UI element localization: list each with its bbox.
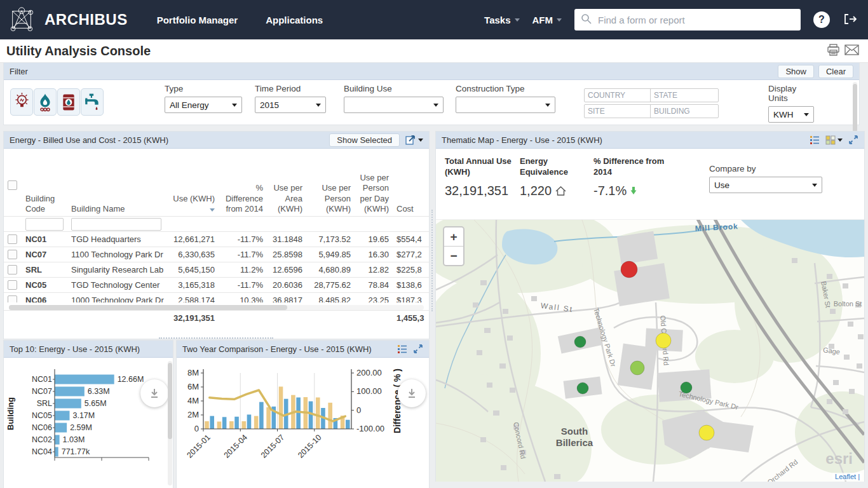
row-checkbox[interactable] (8, 280, 17, 290)
water-filter-button[interactable] (81, 88, 104, 116)
column-header[interactable]: Use per Person (KWH) (306, 149, 355, 217)
print-icon[interactable] (827, 44, 840, 58)
column-header (4, 149, 22, 217)
table-row: NC05TGD Technology Center3,165,318-11.7%… (4, 278, 429, 293)
column-header[interactable]: Use (KWH) (165, 149, 219, 217)
tasks-menu[interactable]: Tasks (484, 15, 519, 25)
column-header[interactable]: Building Code (22, 149, 67, 217)
row-checkbox[interactable] (8, 250, 17, 259)
water-faucet-icon (83, 93, 101, 112)
download-chart-button[interactable] (398, 379, 426, 407)
panel-splitter[interactable] (159, 337, 273, 339)
house-icon (555, 186, 567, 196)
clear-button[interactable]: Clear (818, 65, 853, 78)
nav-portfolio-manager[interactable]: Portfolio Manager (157, 15, 238, 25)
table-row: SRLSingularity Research Lab5,645,15011.2… (4, 262, 429, 278)
chevron-down-icon (804, 113, 809, 116)
download-chart-button[interactable] (140, 379, 168, 407)
panel-splitter[interactable] (431, 210, 433, 311)
state-input[interactable] (650, 88, 719, 102)
table-cell: 25.8598 (267, 247, 306, 262)
map-marker[interactable] (681, 382, 692, 393)
chevron-down-icon (232, 104, 237, 107)
show-button[interactable]: Show (778, 65, 814, 78)
billed-use-title: Energy - Billed Use and Cost - 2015 (KWH… (10, 135, 168, 145)
electricity-filter-button[interactable] (10, 88, 33, 116)
energy-equivalence-value: 1,220 (520, 184, 552, 198)
legend-button[interactable] (810, 135, 820, 145)
svg-text:3.17M: 3.17M (72, 411, 95, 420)
nav-search-input[interactable] (597, 14, 794, 26)
map-marker[interactable] (574, 336, 586, 348)
compare-by-select[interactable]: Use (709, 177, 822, 193)
zoom-out-button[interactable]: − (444, 247, 463, 265)
select-all-checkbox[interactable] (8, 180, 17, 190)
table-horizontal-scrollbar[interactable] (9, 305, 424, 310)
display-units-label: Display Units (768, 84, 814, 103)
table-header-row: Building CodeBuilding NameUse (KWH)% Dif… (4, 149, 429, 217)
svg-text:771.77k: 771.77k (62, 447, 90, 456)
column-filter-row (4, 217, 429, 232)
table-cell: TGD Technology Center (67, 278, 165, 293)
svg-text:NC07: NC07 (32, 387, 52, 396)
display-units-select[interactable]: KWH (768, 106, 814, 123)
column-header[interactable]: Cost (393, 149, 429, 217)
site-input[interactable] (584, 104, 653, 118)
map-marker[interactable] (577, 383, 588, 394)
column-filter-input[interactable] (71, 218, 161, 231)
column-header[interactable]: Building Name (67, 149, 165, 217)
leaflet-attribution[interactable]: Leaflet | (832, 473, 862, 480)
title-bar: Utility Analysis Console (0, 39, 868, 63)
table-cell: 5,645,150 (165, 262, 219, 278)
map-marker[interactable] (621, 261, 637, 278)
total-annual-use-value: 32,191,351 (445, 184, 516, 198)
help-button[interactable]: ? (813, 11, 830, 28)
map-marker[interactable] (656, 333, 671, 348)
building-input[interactable] (650, 104, 719, 118)
table-row: NC01TGD Headquarters12,661,271-11.7%31.1… (4, 232, 429, 247)
column-header[interactable]: Use per Area (KWH) (267, 149, 306, 217)
oil-filter-button[interactable] (57, 88, 80, 116)
nav-applications[interactable]: Applications (266, 15, 323, 25)
expand-button[interactable] (848, 135, 858, 145)
type-select[interactable]: All Energy (165, 97, 242, 113)
column-header[interactable]: % Difference from 2014 (219, 149, 267, 217)
svg-text:NC04: NC04 (32, 447, 52, 456)
filter-scrollbar[interactable] (853, 82, 857, 139)
map[interactable]: Mill BrookWall StTechnology Park DrOld C… (436, 220, 864, 482)
row-checkbox[interactable] (8, 295, 17, 302)
legend-button[interactable] (397, 344, 407, 354)
table-cell: 20.6036 (267, 278, 306, 293)
construction-type-select[interactable] (456, 97, 555, 113)
table-cell: 12.6596 (267, 262, 306, 278)
zoom-in-button[interactable]: + (444, 227, 463, 247)
table-cell: 28,775.62 (306, 278, 355, 293)
map-marker[interactable] (699, 425, 714, 440)
show-selected-button[interactable]: Show Selected (329, 133, 400, 147)
map-label: Bolton St (834, 300, 862, 308)
building-use-select[interactable] (344, 97, 444, 113)
top10-scrollbar[interactable] (168, 361, 172, 485)
email-icon[interactable] (844, 44, 859, 57)
chevron-down-icon (433, 104, 438, 107)
column-header[interactable]: Use per Person per Day (KWH) (355, 149, 393, 217)
esri-watermark: esri (825, 450, 853, 468)
search-icon (581, 13, 592, 26)
afm-menu[interactable]: AFM (532, 15, 562, 25)
table-cell: 31.1848 (267, 232, 306, 247)
table-cell: -11.7% (219, 247, 267, 262)
layers-button[interactable] (825, 135, 843, 145)
row-checkbox[interactable] (8, 265, 17, 274)
time-period-select[interactable]: 2015 (255, 97, 326, 113)
export-button[interactable] (405, 135, 423, 145)
building-use-label: Building Use (344, 84, 444, 93)
map-marker[interactable] (630, 361, 644, 375)
column-filter-input[interactable] (25, 218, 64, 231)
row-checkbox[interactable] (8, 234, 17, 244)
country-input[interactable] (584, 88, 653, 102)
gas-filter-button[interactable] (34, 88, 57, 116)
table-cell: 8,485.82 (306, 293, 355, 303)
svg-text:8M: 8M (187, 368, 199, 377)
sign-out-icon[interactable] (843, 12, 858, 28)
expand-button[interactable] (413, 344, 423, 354)
